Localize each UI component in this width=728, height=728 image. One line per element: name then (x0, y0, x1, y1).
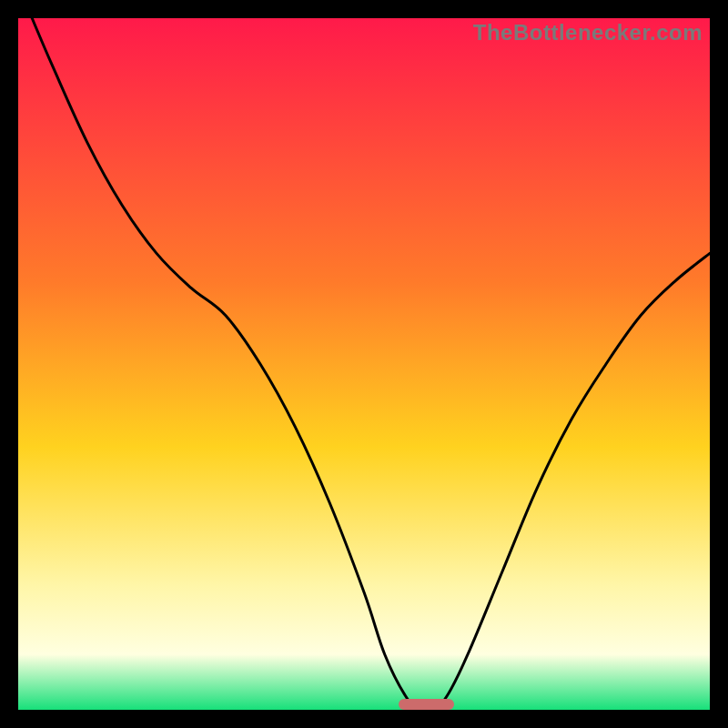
optimum-marker (399, 699, 454, 710)
bottleneck-curve (18, 18, 710, 710)
plot-area: TheBottlenecker.com (18, 18, 710, 710)
watermark-label: TheBottlenecker.com (473, 20, 703, 46)
